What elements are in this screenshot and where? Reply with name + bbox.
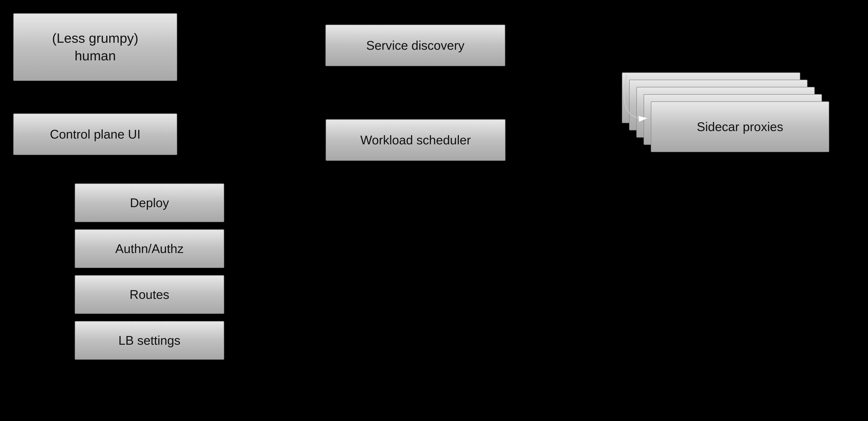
- sidecar-proxies-label: Sidecar proxies: [697, 119, 783, 134]
- deploy-box: Deploy: [75, 184, 224, 222]
- authn-authz-label: Authn/Authz: [115, 242, 183, 256]
- lb-settings-label: LB settings: [118, 333, 180, 347]
- workload-scheduler-label: Workload scheduler: [360, 133, 471, 147]
- routes-box: Routes: [75, 275, 224, 314]
- sidecar-proxies-box: Sidecar proxies: [651, 102, 829, 152]
- less-grumpy-human-label: (Less grumpy) human: [52, 29, 138, 65]
- routes-label: Routes: [130, 287, 169, 302]
- lb-settings-box: LB settings: [75, 321, 224, 360]
- less-grumpy-human-box: (Less grumpy) human: [13, 13, 177, 81]
- control-plane-ui-box: Control plane UI: [13, 113, 177, 155]
- service-discovery-label: Service discovery: [366, 38, 464, 53]
- deploy-label: Deploy: [130, 196, 169, 210]
- control-plane-ui-label: Control plane UI: [50, 127, 141, 141]
- service-discovery-box: Service discovery: [326, 25, 505, 66]
- authn-authz-box: Authn/Authz: [75, 229, 224, 268]
- workload-scheduler-box: Workload scheduler: [326, 119, 505, 161]
